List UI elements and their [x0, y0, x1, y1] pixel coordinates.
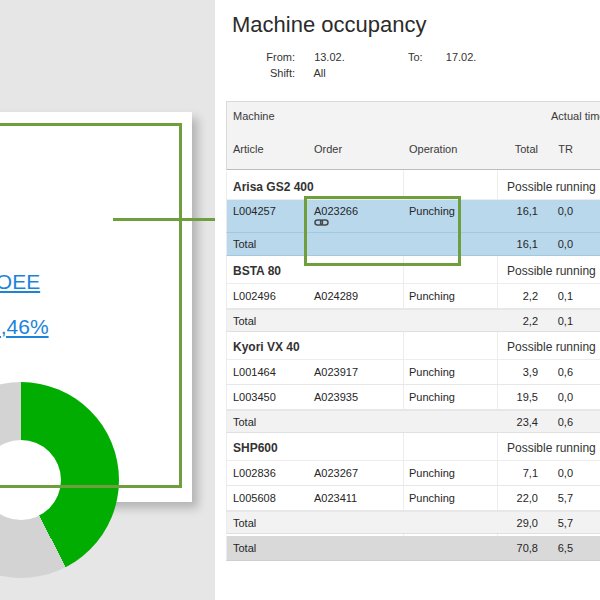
operation-cell: Punching	[409, 486, 455, 511]
operation-cell: Punching	[409, 360, 455, 385]
operation-cell: Punching	[409, 284, 455, 309]
group-header-kyori-vx-40: Kyori VX 40 Possible running	[226, 332, 600, 360]
possible-running-label: Possible running	[507, 332, 596, 362]
link-icon[interactable]	[314, 217, 329, 228]
article-cell: L001464	[233, 360, 276, 385]
table-header: Machine Actual time Article Order Operat…	[226, 101, 600, 170]
total-cell: 16,1	[457, 200, 538, 222]
tr-cell: 0,6	[538, 411, 573, 434]
order-cell: A024289	[314, 284, 358, 309]
operation-cell: Punching	[409, 200, 455, 222]
header-total: Total	[457, 143, 538, 155]
total-label: Total	[233, 233, 256, 256]
total-cell: 22,0	[457, 486, 538, 511]
to-value: 17.02.	[446, 51, 477, 63]
group-total-row: Total 29,0 5,7	[226, 511, 600, 534]
filter-shift-row: Shift: All	[245, 67, 326, 79]
group-total-row: Total 23,4 0,6	[226, 410, 600, 433]
tr-cell: 5,7	[538, 512, 573, 535]
order-cell: A023267	[314, 461, 358, 486]
group-header-bsta-80: BSTA 80 Possible running	[226, 256, 600, 284]
tr-cell: 0,0	[538, 233, 573, 256]
machine-occupancy-table: Machine Actual time Article Order Operat…	[226, 101, 600, 561]
tr-cell: 0,0	[538, 461, 573, 486]
operation-cell: Punching	[409, 461, 455, 486]
from-value: 13.02.	[314, 51, 345, 63]
filter-from-row: From: 13.02.	[245, 51, 345, 63]
grand-total-row: Total 70,8 6,5	[226, 536, 600, 561]
table-row[interactable]: L002496 A024289 Punching 2,2 0,1	[226, 284, 600, 309]
machine-name: Arisa GS2 400	[233, 172, 314, 202]
operation-cell: Punching	[409, 385, 455, 410]
from-label: From:	[245, 51, 295, 63]
header-actual-time: Actual time	[551, 110, 600, 122]
table-row[interactable]: L003450 A023935 Punching 19,5 0,0	[226, 385, 600, 410]
order-cell: A023935	[314, 385, 358, 410]
total-cell: 29,0	[457, 512, 538, 535]
group-header-shp600: SHP600 Possible running	[226, 433, 600, 461]
to-label: To:	[408, 51, 423, 63]
group-total-row: Total 2,2 0,1	[226, 309, 600, 332]
group-header-arisa-gs2-400: Arisa GS2 400 Possible running	[226, 172, 600, 200]
filter-to-row: To: 17.02.	[408, 51, 476, 63]
total-label: Total	[233, 536, 256, 561]
total-cell: 7,1	[457, 461, 538, 486]
total-cell: 2,2	[457, 284, 538, 309]
article-cell: L003450	[233, 385, 276, 410]
order-cell: A023917	[314, 360, 358, 385]
table-row[interactable]: L001464 A023917 Punching 3,9 0,6	[226, 360, 600, 385]
total-cell: 3,9	[457, 360, 538, 385]
oee-card: OEE 42,46%	[0, 112, 192, 502]
tr-cell: 0,0	[538, 200, 573, 222]
tr-cell: 6,5	[538, 536, 573, 561]
total-label: Total	[233, 512, 256, 535]
screenshot-root: OEE 42,46% Machine occupancy From: 13.02…	[0, 0, 600, 600]
possible-running-label: Possible running	[507, 433, 596, 463]
header-machine: Machine	[233, 110, 275, 122]
total-cell: 2,2	[457, 310, 538, 333]
article-cell: L002496	[233, 284, 276, 309]
shift-value: All	[314, 67, 326, 79]
possible-running-label: Possible running	[507, 256, 596, 286]
machine-name: Kyori VX 40	[233, 332, 300, 362]
tr-cell: 0,1	[538, 310, 573, 333]
header-tr: TR	[538, 143, 573, 155]
oee-donut-chart	[0, 382, 119, 578]
tr-cell: 0,0	[538, 385, 573, 410]
group-total-row: Total 16,1 0,0	[226, 233, 600, 256]
total-cell: 23,4	[457, 411, 538, 434]
report-panel: Machine occupancy From: 13.02. To: 17.02…	[215, 0, 600, 600]
oee-link[interactable]: OEE	[0, 270, 78, 294]
table-row[interactable]: L005608 A023411 Punching 22,0 5,7	[226, 486, 600, 511]
article-cell: L004257	[233, 200, 276, 222]
total-cell: 70,8	[457, 536, 538, 561]
header-operation: Operation	[409, 143, 457, 155]
total-cell: 16,1	[457, 233, 538, 256]
header-article: Article	[233, 143, 264, 155]
total-cell: 19,5	[457, 385, 538, 410]
total-label: Total	[233, 310, 256, 333]
machine-name: SHP600	[233, 433, 278, 463]
total-label: Total	[233, 411, 256, 434]
article-cell: L005608	[233, 486, 276, 511]
table-row-selected[interactable]: L004257 A023266 Punching 16,1 0,0	[226, 200, 600, 233]
tr-cell: 5,7	[538, 486, 573, 511]
table-row[interactable]: L002836 A023267 Punching 7,1 0,0	[226, 461, 600, 486]
shift-label: Shift:	[245, 67, 295, 79]
article-cell: L002836	[233, 461, 276, 486]
page-title: Machine occupancy	[232, 12, 426, 38]
oee-value-link[interactable]: 42,46%	[0, 315, 78, 339]
header-order: Order	[314, 143, 342, 155]
possible-running-label: Possible running	[507, 172, 596, 202]
machine-name: BSTA 80	[233, 256, 281, 286]
order-cell: A023411	[314, 486, 357, 511]
tr-cell: 0,6	[538, 360, 573, 385]
tr-cell: 0,1	[538, 284, 573, 309]
